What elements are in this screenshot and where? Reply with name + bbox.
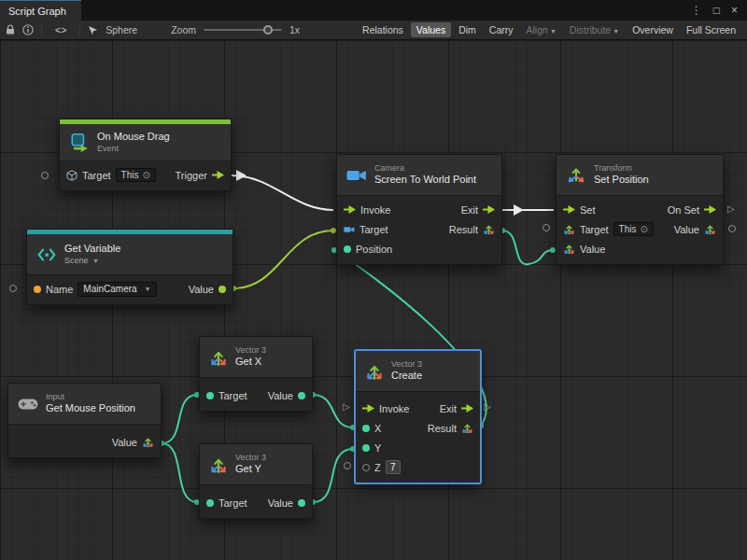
edge-port-get-variable-name[interactable] (9, 285, 17, 292)
close-icon[interactable]: × (731, 4, 738, 17)
toolbar-separator (79, 23, 80, 36)
this-object-chip[interactable]: This ⊙ (116, 168, 156, 182)
edge-port-create-z[interactable] (344, 462, 351, 469)
gamepad-icon (18, 394, 38, 414)
carry-button[interactable]: Carry (484, 22, 519, 37)
port-position[interactable]: Position (344, 244, 392, 255)
align-button[interactable]: Align▼ (521, 22, 562, 37)
edge-port-create-invoke[interactable]: ▷ (343, 402, 350, 412)
full-screen-button[interactable]: Full Screen (681, 22, 741, 37)
vector3-icon (563, 243, 575, 255)
wire-mouse-to-getx[interactable] (162, 395, 197, 443)
port-transform-target[interactable]: Target This ⊙ (563, 222, 654, 236)
port-dot (362, 444, 370, 452)
port-result[interactable]: Result (428, 422, 473, 434)
port-result[interactable]: Result (449, 223, 495, 235)
port-trigger[interactable]: Trigger (176, 170, 224, 181)
node-header[interactable]: Camera Screen To World Point (337, 155, 501, 196)
flow-arrow-icon (563, 205, 575, 214)
edge-port-transform-target[interactable] (543, 224, 550, 231)
port-target[interactable]: Target (206, 497, 247, 509)
node-ports: Target Value (200, 485, 312, 518)
node-ports: Invoke Exit Targe (337, 196, 501, 264)
graph-breadcrumb[interactable]: Sphere (106, 24, 137, 35)
wire-trigger-to-invoke[interactable] (232, 175, 333, 210)
port-invoke[interactable]: Invoke (362, 403, 409, 414)
port-value[interactable]: Value (268, 390, 305, 401)
port-x[interactable]: X (362, 423, 381, 434)
port-value[interactable]: Value (268, 497, 305, 509)
this-object-chip[interactable]: This ⊙ (613, 222, 654, 236)
maximize-icon[interactable]: □ (713, 4, 720, 17)
wire-result-to-value[interactable] (502, 231, 553, 264)
zoom-slider-handle[interactable] (263, 25, 273, 35)
dim-button[interactable]: Dim (453, 22, 482, 37)
node-get-variable[interactable]: Get Variable Scene ▼ Name MainCamera ▼ (26, 229, 233, 305)
port-value-output[interactable]: Value (674, 223, 716, 235)
node-screen-to-world-point[interactable]: Camera Screen To World Point Invoke Exit (336, 154, 502, 265)
variable-scope-dropdown[interactable]: Scene ▼ (64, 256, 120, 266)
port-target[interactable]: Target (206, 390, 247, 401)
tab-script-graph[interactable]: Script Graph (0, 0, 81, 21)
port-invoke[interactable]: Invoke (344, 204, 390, 216)
port-set[interactable]: Set (563, 204, 596, 216)
code-view-button[interactable]: <> (49, 22, 72, 37)
edge-port-create-exit[interactable]: ▷ (484, 402, 491, 412)
menu-icon[interactable]: ⋮ (691, 4, 702, 17)
edge-port-on-mouse-drag-target[interactable] (41, 172, 49, 179)
zoom-slider[interactable] (204, 29, 282, 31)
port-camera-target[interactable]: Target (344, 224, 388, 235)
relations-button[interactable]: Relations (357, 22, 409, 37)
port-exit[interactable]: Exit (440, 403, 473, 414)
node-title: Screen To World Point (374, 174, 476, 187)
port-dot (206, 499, 214, 507)
node-header[interactable]: Transform Set Position (557, 155, 723, 196)
lock-icon[interactable] (6, 24, 15, 35)
edge-port-transform-on-set[interactable]: ▷ (727, 204, 735, 214)
node-get-mouse-position[interactable]: Input Get Mouse Position Value (7, 383, 162, 458)
wire-variable-to-target[interactable] (233, 231, 333, 288)
graph-canvas[interactable]: On Mouse Drag Event Target This ⊙ (0, 40, 747, 560)
node-get-x[interactable]: Vector 3 Get X Target Value (199, 336, 313, 412)
port-target[interactable]: Target This ⊙ (66, 168, 156, 182)
wire-mouse-to-gety[interactable] (162, 443, 197, 502)
variable-name-dropdown[interactable]: MainCamera ▼ (78, 282, 156, 297)
port-dot (298, 392, 305, 399)
port-y[interactable]: Y (362, 442, 381, 454)
node-header[interactable]: Input Get Mouse Position (8, 384, 161, 425)
node-ports: Set On Set Target (557, 196, 723, 264)
flow-arrow-icon (344, 205, 356, 214)
node-header[interactable]: On Mouse Drag Event (60, 124, 231, 161)
node-vector3-create[interactable]: Vector 3 Create Invoke Exit (355, 350, 481, 483)
info-icon[interactable] (22, 24, 34, 35)
node-subtitle: Event (97, 144, 170, 154)
node-header[interactable]: Get Variable Scene ▼ (27, 234, 233, 275)
port-value[interactable]: Value (189, 284, 226, 295)
graph-pointer-icon (88, 25, 98, 35)
node-header[interactable]: Vector 3 Get X (200, 337, 312, 378)
z-value-field[interactable]: 7 (386, 460, 401, 474)
port-name[interactable]: Name MainCamera ▼ (34, 282, 157, 297)
port-exit[interactable]: Exit (461, 204, 495, 216)
node-set-position[interactable]: Transform Set Position Set On Set (556, 154, 724, 265)
port-value[interactable]: Value (112, 436, 154, 448)
node-on-mouse-drag[interactable]: On Mouse Drag Event Target This ⊙ (59, 119, 232, 191)
wire-gety-to-y[interactable] (313, 449, 353, 502)
node-header[interactable]: Vector 3 Get Y (200, 444, 312, 485)
edge-port-transform-value-out[interactable] (728, 225, 736, 232)
node-header[interactable]: Vector 3 Create (356, 351, 480, 392)
port-z[interactable]: Z 7 (362, 460, 401, 474)
gameobject-icon (66, 170, 78, 181)
camera-mini-icon (344, 224, 355, 235)
port-on-set[interactable]: On Set (668, 204, 716, 216)
node-get-y[interactable]: Vector 3 Get Y Target Value (199, 443, 313, 519)
camera-icon (346, 165, 367, 186)
node-ports: Target This ⊙ Trigger (60, 161, 231, 190)
graph-toolbar: <> Sphere Zoom 1x Relations Values Dim C… (0, 21, 747, 40)
values-button[interactable]: Values (411, 22, 451, 37)
port-value-input[interactable]: Value (563, 243, 605, 255)
distribute-button[interactable]: Distribute▼ (564, 22, 625, 37)
node-title: Get Y (235, 463, 266, 476)
node-title: Get Variable (64, 243, 120, 256)
overview-button[interactable]: Overview (627, 22, 679, 37)
